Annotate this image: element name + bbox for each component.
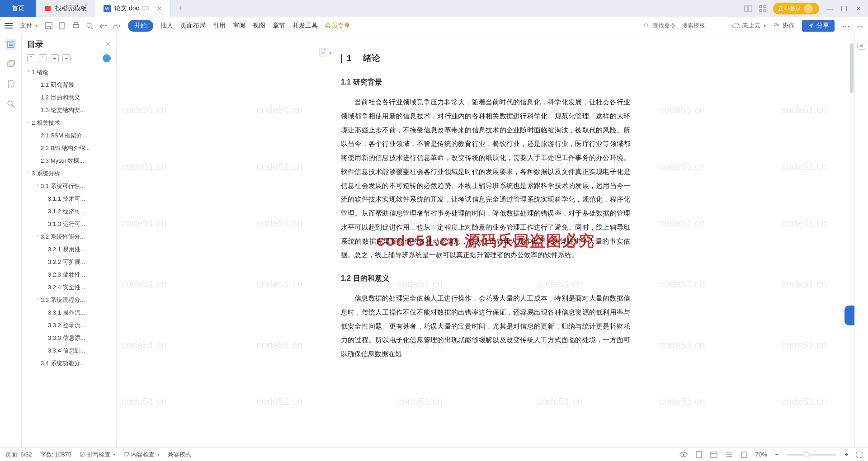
window-mode-icon[interactable] <box>142 5 150 12</box>
tab-add-button[interactable]: + <box>171 0 189 17</box>
outline-close-icon[interactable]: ✕ <box>105 41 111 48</box>
tab-template[interactable]: 找稻壳模板 <box>36 0 95 17</box>
print-icon[interactable] <box>72 22 80 30</box>
menu-devtools[interactable]: 开发工具 <box>292 22 318 30</box>
outline-node[interactable]: 1.1 研究背景 <box>22 79 116 91</box>
collapse-all-icon[interactable]: ˅ <box>27 54 35 62</box>
watermark: code51.cn <box>121 161 167 173</box>
preview-icon[interactable] <box>85 22 94 30</box>
compat-mode[interactable]: 兼容模式 <box>168 451 191 459</box>
outline-node[interactable]: 3.3.3 信息添... <box>22 332 116 344</box>
outline-node[interactable]: 1.2 目的和意义 <box>22 91 116 104</box>
view-web-icon[interactable] <box>710 452 717 458</box>
outline-node[interactable]: 3.2.4 安全性... <box>22 281 116 294</box>
status-words[interactable]: 字数: 10875 <box>40 451 71 459</box>
collapse-ribbon-icon[interactable]: ︿ <box>857 22 863 30</box>
zoom-fit-icon[interactable] <box>741 452 747 458</box>
cloud-button[interactable]: 未上云▾ <box>732 22 766 30</box>
view-read-icon[interactable] <box>679 452 688 457</box>
outline-node[interactable]: ˅3.1 系统可行性... <box>22 180 116 193</box>
outline-node[interactable]: ˅3 系统分析 <box>22 167 116 180</box>
outline-node[interactable]: ˅3.2 系统性能分... <box>22 230 116 243</box>
outline-node[interactable]: 3.3.2 登录流... <box>22 319 116 332</box>
apps-icon[interactable] <box>759 5 767 13</box>
document-viewport[interactable]: code51.cncode51.cncode51.cncode51.cncode… <box>117 34 854 447</box>
outline-node[interactable]: 3.3.4 信息删... <box>22 344 116 357</box>
search-input[interactable] <box>652 22 716 29</box>
outline-node[interactable]: 3.4 系统功能分... <box>22 357 116 370</box>
menu-icon[interactable] <box>5 23 13 29</box>
paragraph-handle-icon[interactable]: 📄 ▾ <box>318 48 331 56</box>
svg-rect-40 <box>741 452 747 457</box>
tab-document[interactable]: W 论文.doc ✕ <box>95 0 171 17</box>
outline-node[interactable]: 2.1 SSM 框架介... <box>22 129 116 142</box>
search-box[interactable] <box>643 22 716 29</box>
menu-layout[interactable]: 页面布局 <box>180 22 206 30</box>
minimize-button[interactable]: — <box>826 5 834 13</box>
collab-button[interactable]: 协作 <box>773 22 795 30</box>
remove-heading-icon[interactable]: − <box>62 54 71 62</box>
menu-chapter[interactable]: 章节 <box>273 22 285 30</box>
watermark: code51.cn <box>781 339 827 351</box>
watermark: code51.cn <box>659 339 705 351</box>
outline-node[interactable]: 1.3 论文结构安... <box>22 104 116 117</box>
view-page-icon[interactable] <box>696 451 702 458</box>
outline-node[interactable]: 3.1.2 经济可... <box>22 205 116 218</box>
fullscreen-icon[interactable] <box>856 452 863 458</box>
menu-review[interactable]: 审阅 <box>233 22 245 30</box>
svg-point-20 <box>644 24 648 27</box>
outline-node[interactable]: ˅3.3 系统流程分... <box>22 294 116 306</box>
search-rail-icon[interactable] <box>5 99 16 109</box>
paragraph: 当前社会各行业领域竞争压力非常大，随着当前时代的信息化，科学化发展，让社会各行业… <box>341 95 630 262</box>
more-icon[interactable]: ⋯ <box>842 21 850 31</box>
outline-node[interactable]: 3.2.3 健壮性... <box>22 268 116 281</box>
menu-insert[interactable]: 插入 <box>160 22 173 30</box>
side-feedback-tab[interactable] <box>844 306 854 325</box>
zoom-slider[interactable] <box>787 454 836 456</box>
scrollbar-thumb[interactable] <box>850 43 854 93</box>
maximize-button[interactable] <box>840 5 848 13</box>
content-check-button[interactable]: 🛡内容检查 ▾ <box>123 451 160 459</box>
outline-node[interactable]: 2.2 B/S 结构介绍... <box>22 142 116 155</box>
main-area: 目录 ✕ ˅ ˄ + − ˅1 绪论1.1 研究背景1.2 目的和意义1.3 论… <box>0 34 868 447</box>
tab-home[interactable]: 首页 <box>0 0 36 17</box>
add-heading-icon[interactable]: + <box>51 54 59 62</box>
outline-node[interactable]: 3.2.1 易用性... <box>22 243 116 256</box>
undo-icon[interactable]: ▾ <box>99 22 107 30</box>
zoom-value[interactable]: 70% <box>755 451 767 458</box>
spellcheck-button[interactable]: ☑拼写检查 ▾ <box>80 451 115 459</box>
outline-node[interactable]: 2.3 Mysql 数据... <box>22 155 116 167</box>
svg-rect-16 <box>73 24 79 28</box>
save-icon[interactable] <box>45 22 53 30</box>
sync-icon[interactable] <box>103 54 111 62</box>
bookmark-rail-icon[interactable] <box>5 79 16 89</box>
outline-node[interactable]: 3.3.1 操作流... <box>22 306 116 319</box>
outline-node[interactable]: 3.2.2 可扩展... <box>22 256 116 268</box>
outline-node[interactable]: 3.1.3 运行可... <box>22 218 116 230</box>
tab-close-icon[interactable]: ✕ <box>157 5 162 12</box>
redo-icon[interactable]: ▾ <box>113 22 121 30</box>
menu-start[interactable]: 开始 <box>128 20 153 32</box>
share-button[interactable]: 分享 <box>802 20 835 32</box>
expand-all-icon[interactable]: ˄ <box>39 54 47 62</box>
close-window-button[interactable]: ✕ <box>854 5 863 13</box>
layers-rail-icon[interactable] <box>5 59 16 70</box>
outline-node[interactable]: ˅2 相关技术 <box>22 117 116 129</box>
outline-rail-icon[interactable] <box>5 39 16 50</box>
zoom-knob[interactable] <box>804 452 809 457</box>
outline-node[interactable]: ˅1 绪论 <box>22 66 116 79</box>
menu-view[interactable]: 视图 <box>253 22 265 30</box>
svg-line-19 <box>91 27 93 29</box>
menu-reference[interactable]: 引用 <box>213 22 226 30</box>
file-menu[interactable]: 文件▾ <box>20 22 38 30</box>
status-page[interactable]: 页面: 6/32 <box>5 451 32 459</box>
outline-node[interactable]: 3.1.1 技术可... <box>22 193 116 205</box>
zoom-out-button[interactable]: − <box>775 451 779 458</box>
right-panel-toggle-icon[interactable]: ≡ <box>857 41 866 50</box>
new-icon[interactable] <box>58 22 66 30</box>
zoom-in-button[interactable]: + <box>844 451 848 458</box>
menu-member[interactable]: 会员专享 <box>325 22 350 30</box>
login-button[interactable]: 立即登录 <box>773 3 819 14</box>
layout-toggle-icon[interactable] <box>744 5 752 13</box>
view-outline-icon[interactable] <box>726 452 733 458</box>
